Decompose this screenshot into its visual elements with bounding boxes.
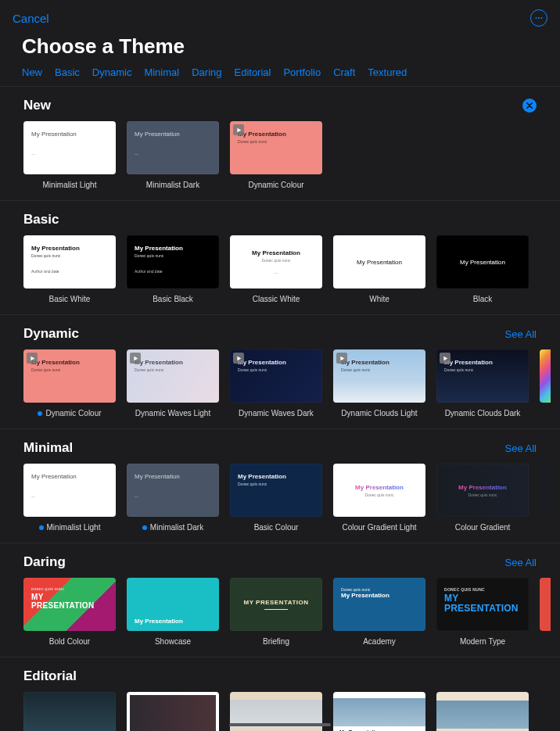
theme-colour-gradient-light[interactable]: My PresentationDonec quis nunc Colour Gr… [333, 464, 425, 532]
svg-point-1 [538, 17, 540, 19]
more-options-button[interactable] [530, 9, 547, 27]
thumb-title: MY PRESENTATION [243, 599, 308, 606]
theme-feature-story[interactable]: My Presentation Feature Story [23, 692, 116, 731]
tab-minimal[interactable]: Minimal [144, 66, 179, 78]
theme-label: Dynamic Clouds Light [341, 409, 417, 417]
theme-dynamic-colour-new[interactable]: My Presentation Donec quis nunc Dynamic … [230, 121, 322, 189]
thumb-overline: Donec quis nunc [341, 587, 418, 592]
theme-minimalist-light-2[interactable]: My Presentation— Minimalist Light [23, 464, 116, 532]
thumb-subtitle: Donec quis nunc [468, 493, 497, 497]
theme-basic-black[interactable]: My PresentationDonec quis nuncAuthor and… [127, 235, 219, 303]
see-all-dynamic[interactable]: See All [505, 328, 537, 340]
thumb-title: My Presentation [135, 245, 211, 252]
thumb-title: My Presentation [238, 359, 314, 366]
theme-modern-type[interactable]: Donec quis nuncMY PRESENTATION Modern Ty… [436, 578, 529, 646]
tab-craft[interactable]: Craft [333, 66, 355, 78]
thumb-overline: Donec quis nunc [31, 587, 108, 591]
thumb-subtitle: Donec quis nunc [238, 139, 314, 144]
theme-label: Dynamic Waves Light [135, 409, 210, 417]
tab-editorial[interactable]: Editorial [234, 66, 271, 78]
tab-new[interactable]: New [22, 66, 42, 78]
theme-label: Minimalist Light [47, 523, 101, 532]
theme-label: Minimalist Dark [146, 181, 199, 189]
cancel-button[interactable]: Cancel [13, 12, 49, 25]
tab-basic[interactable]: Basic [55, 66, 80, 78]
thumb-title: My Presentation [31, 131, 108, 138]
theme-minimalist-light[interactable]: My Presentation — Minimalist Light [23, 121, 116, 189]
section-basic: Basic My PresentationDonec quis nuncAuth… [0, 201, 560, 315]
theme-label: Basic Black [153, 295, 193, 303]
thumb-overline: Donec quis nunc [444, 587, 521, 592]
theme-peek-daring[interactable] [540, 578, 551, 631]
theme-briefing[interactable]: MY PRESENTATION Briefing [230, 578, 322, 646]
theme-basic-white[interactable]: My PresentationDonec quis nuncAuthor and… [23, 235, 116, 303]
section-minimal: Minimal See All My Presentation— Minimal… [0, 429, 560, 543]
play-icon [440, 353, 451, 364]
theme-dynamic-clouds-light[interactable]: My PresentationDonec quis nunc Dynamic C… [333, 349, 425, 417]
theme-dynamic-colour[interactable]: My PresentationDonec quis nunc Dynamic C… [23, 349, 116, 417]
thumb-subtitle: Donec quis nunc [135, 253, 211, 258]
thumb-title: My Presentation [135, 473, 211, 480]
section-title-minimal: Minimal [23, 440, 73, 456]
theme-label: Minimalist Dark [150, 523, 203, 532]
thumb-title: My Presentation [458, 484, 507, 491]
theme-minimalist-dark-2[interactable]: My Presentation— Minimalist Dark [127, 464, 219, 532]
thumb-title: My Presentation [31, 473, 108, 480]
theme-peek-dynamic[interactable] [540, 349, 551, 403]
theme-basic-colour[interactable]: My PresentationDonec quis nunc Basic Col… [230, 464, 322, 532]
thumb-title: My Presentation [341, 359, 418, 366]
thumb-subtitle: — [31, 152, 108, 156]
play-icon [130, 353, 141, 364]
section-new: New My Presentation — Minimalist Light M… [0, 87, 560, 201]
theme-showcase[interactable]: My Presentation Showcase [127, 578, 219, 646]
thumb-title: My Presentation [135, 618, 211, 625]
theme-white[interactable]: My Presentation White [333, 235, 425, 303]
section-title-editorial: Editorial [23, 668, 77, 684]
thumb-title: My Presentation [357, 259, 402, 266]
section-title-basic: Basic [23, 212, 59, 228]
theme-minimalist-dark[interactable]: My Presentation — Minimalist Dark [127, 121, 219, 189]
thumb-subtitle: Donec quis nunc [135, 367, 211, 372]
theme-label: Colour Gradient Light [342, 523, 416, 532]
tab-textured[interactable]: Textured [368, 66, 407, 78]
theme-classic-white[interactable]: My PresentationDonec quis nunc— Classic … [230, 235, 322, 303]
svg-point-2 [541, 17, 543, 19]
theme-label: Basic Colour [254, 523, 299, 532]
thumb-title: My Presentation [355, 484, 404, 491]
theme-label: Bold Colour [49, 637, 90, 646]
tab-daring[interactable]: Daring [192, 66, 221, 78]
page-title: Choose a Theme [0, 30, 560, 63]
play-icon [336, 353, 347, 364]
new-indicator-dot [38, 411, 42, 416]
thumb-subtitle: — [135, 152, 211, 156]
theme-peek-minimal[interactable] [540, 464, 551, 517]
thumb-title: My Presentation [341, 592, 418, 599]
thumb-title: My Presentation [31, 245, 108, 252]
theme-academy[interactable]: Donec quis nuncMy Presentation Academy [333, 578, 425, 646]
home-indicator [229, 723, 331, 726]
theme-label: Colour Gradient [455, 523, 511, 532]
thumb-title: My Presentation [252, 249, 300, 256]
thumb-title: My Presentation [135, 131, 211, 138]
section-new-close-button[interactable] [522, 99, 537, 113]
theme-colour-gradient[interactable]: My PresentationDonec quis nunc Colour Gr… [436, 464, 529, 532]
theme-cream-paper[interactable]: MY PRESENTATION Cream Paper [436, 692, 529, 731]
theme-look-book[interactable]: My Presentation Look Book [127, 692, 219, 731]
theme-black[interactable]: My Presentation Black [436, 235, 529, 303]
see-all-daring[interactable]: See All [505, 557, 537, 568]
theme-dynamic-waves-light[interactable]: My PresentationDonec quis nunc Dynamic W… [127, 349, 219, 417]
see-all-minimal[interactable]: See All [505, 443, 537, 454]
theme-label: Classic White [253, 295, 300, 303]
theme-bold-colour[interactable]: Donec quis nuncMY PRESENTATION Bold Colo… [23, 578, 116, 646]
theme-dynamic-waves-dark[interactable]: My PresentationDonec quis nunc Dynamic W… [230, 349, 322, 417]
theme-dynamic-clouds-dark[interactable]: My PresentationDonec quis nunc Dynamic C… [436, 349, 529, 417]
new-indicator-dot [39, 525, 44, 530]
section-daring: Daring See All Donec quis nuncMY PRESENT… [0, 543, 560, 658]
theme-editorial[interactable]: My PresentationDonec quis nunc Editorial [333, 692, 425, 731]
svg-point-0 [536, 17, 537, 19]
tab-portfolio[interactable]: Portfolio [283, 66, 321, 78]
tab-dynamic[interactable]: Dynamic [92, 66, 132, 78]
close-icon [526, 102, 533, 109]
thumb-subtitle: Donec quis nunc [341, 367, 418, 372]
thumb-subtitle: Donec quis nunc [444, 367, 521, 372]
